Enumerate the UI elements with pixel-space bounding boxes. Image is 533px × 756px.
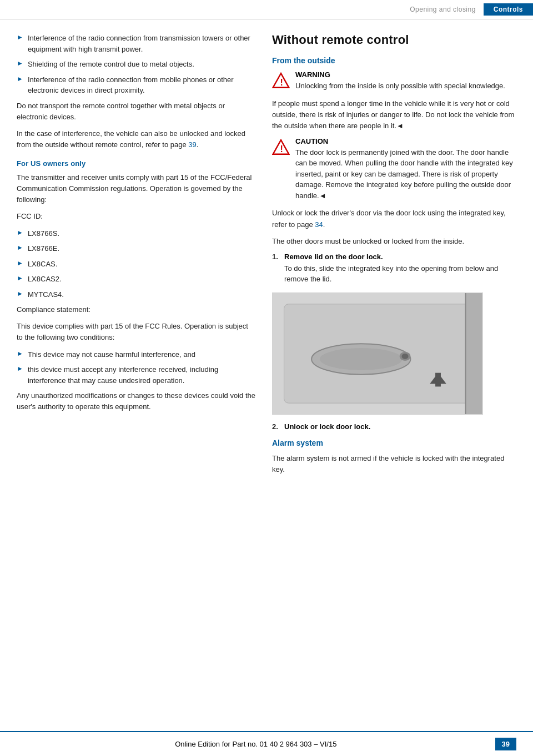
footer-page-number: 39	[495, 738, 516, 750]
svg-text:!: !	[280, 144, 283, 154]
warning-icon: !	[272, 72, 290, 89]
main-content: ► Interference of the radio connection f…	[0, 19, 533, 494]
footer-text: Online Edition for Part no. 01 40 2 964 …	[17, 740, 495, 748]
fcc-bullet-arrow-5: ►	[17, 290, 23, 298]
alarm-system-text: The alarm system is not armed if the veh…	[272, 453, 516, 475]
bullet-item-1: ► Interference of the radio connection f…	[17, 33, 255, 54]
fcc-label: FCC ID:	[17, 211, 255, 222]
for-us-heading: For US owners only	[17, 159, 255, 168]
right-column: Without remote control From the outside …	[272, 33, 516, 481]
door-lock-image	[272, 293, 483, 415]
closing-text: Any unauthorized modifications or change…	[17, 390, 255, 412]
body-other-doors: The other doors must be unlocked or lock…	[272, 236, 516, 247]
page-header: Opening and closing Controls	[0, 0, 533, 19]
compliance-bullet-arrow-2: ►	[17, 365, 23, 372]
compliance-heading: Compliance statement:	[17, 304, 255, 315]
compliance-bullet-2: ► this device must accept any interferen…	[17, 364, 255, 386]
compliance-bullet-1: ► This device may not cause harmful inte…	[17, 349, 255, 360]
fcc-id-text-2: LX8766E.	[28, 243, 59, 254]
body-paragraph-1: Do not transport the remote control toge…	[17, 100, 255, 123]
fcc-bullet-arrow-1: ►	[17, 229, 23, 236]
bullet-item-2: ► Shielding of the remote control due to…	[17, 59, 255, 70]
caution-box: ! CAUTION The door lock is permanently j…	[272, 137, 516, 201]
bullet-text-1: Interference of the radio connection fro…	[28, 33, 255, 54]
step-2: 2. Unlock or lock door lock.	[272, 422, 516, 433]
step-1: 1. Remove lid on the door lock. To do th…	[272, 253, 516, 285]
warning-box: ! WARNING Unlocking from the inside is o…	[272, 70, 516, 92]
fcc-bullet-arrow-2: ►	[17, 244, 23, 251]
warning-title: WARNING	[295, 70, 516, 79]
svg-point-9	[402, 354, 409, 359]
bullet-arrow-1: ►	[17, 33, 23, 41]
compliance-text-2: this device must accept any interference…	[28, 364, 255, 386]
fcc-id-text-4: LX8CAS2.	[28, 274, 62, 285]
step-1-subtext: To do this, slide the integrated key int…	[284, 263, 516, 285]
svg-rect-11	[435, 373, 441, 387]
warning-body: If people must spend a longer time in th…	[272, 98, 516, 132]
caution-icon: !	[272, 138, 290, 156]
page-ref-link-39[interactable]: 39	[188, 140, 196, 149]
caution-text: The door lock is permanently joined with…	[295, 147, 516, 201]
svg-point-7	[320, 348, 403, 370]
alarm-system-heading: Alarm system	[272, 439, 516, 447]
compliance-intro: This device complies with part 15 of the…	[17, 321, 255, 343]
page-ref-link-34[interactable]: 34	[315, 220, 323, 229]
svg-rect-12	[466, 293, 482, 414]
compliance-text-1: This device may not cause harmful interf…	[28, 349, 195, 360]
header-opening-label: Opening and closing	[402, 3, 484, 16]
warning-content: WARNING Unlocking from the inside is onl…	[295, 70, 516, 92]
for-us-section: For US owners only The transmitter and r…	[17, 159, 255, 412]
body-paragraph-2: In the case of interference, the vehicle…	[17, 128, 255, 150]
step-2-num: 2.	[272, 422, 284, 431]
fcc-id-text-3: LX8CAS.	[28, 259, 57, 270]
bullet-arrow-2: ►	[17, 59, 23, 67]
caution-title: CAUTION	[295, 137, 516, 145]
bullet-text-3: Interference of the radio connection fro…	[28, 74, 255, 96]
fcc-id-1: ► LX8766S.	[17, 228, 255, 239]
fcc-id-text-5: MYTCAS4.	[28, 289, 64, 300]
fcc-id-4: ► LX8CAS2.	[17, 274, 255, 285]
from-outside-heading: From the outside	[272, 56, 516, 65]
step-1-title: Remove lid on the door lock.	[284, 253, 516, 261]
fcc-id-5: ► MYTCAS4.	[17, 289, 255, 300]
bullet-arrow-3: ►	[17, 75, 23, 83]
for-us-intro: The transmitter and receiver units compl…	[17, 172, 255, 205]
bullet-item-3: ► Interference of the radio connection f…	[17, 74, 255, 96]
fcc-bullet-arrow-4: ►	[17, 274, 23, 282]
caution-content: CAUTION The door lock is permanently joi…	[295, 137, 516, 201]
step-2-content: Unlock or lock door lock.	[284, 422, 516, 433]
step-1-content: Remove lid on the door lock. To do this,…	[284, 253, 516, 285]
header-nav: Opening and closing Controls	[402, 3, 533, 16]
step-2-title: Unlock or lock door lock.	[284, 422, 516, 431]
compliance-bullet-arrow-1: ►	[17, 350, 23, 357]
fcc-id-3: ► LX8CAS.	[17, 259, 255, 270]
left-column: ► Interference of the radio connection f…	[17, 33, 255, 481]
fcc-id-2: ► LX8766E.	[17, 243, 255, 254]
bullet-text-2: Shielding of the remote control due to m…	[28, 59, 194, 70]
fcc-bullet-arrow-3: ►	[17, 259, 23, 267]
page-title: Without remote control	[272, 33, 516, 47]
header-controls-label: Controls	[484, 3, 533, 16]
warning-text: Unlocking from the inside is only possib…	[295, 80, 516, 92]
step-1-num: 1.	[272, 253, 284, 261]
footer: Online Edition for Part no. 01 40 2 964 …	[0, 731, 533, 756]
fcc-id-text-1: LX8766S.	[28, 228, 59, 239]
svg-text:!: !	[280, 78, 283, 87]
body-unlock-text: Unlock or lock the driver's door via the…	[272, 208, 516, 230]
